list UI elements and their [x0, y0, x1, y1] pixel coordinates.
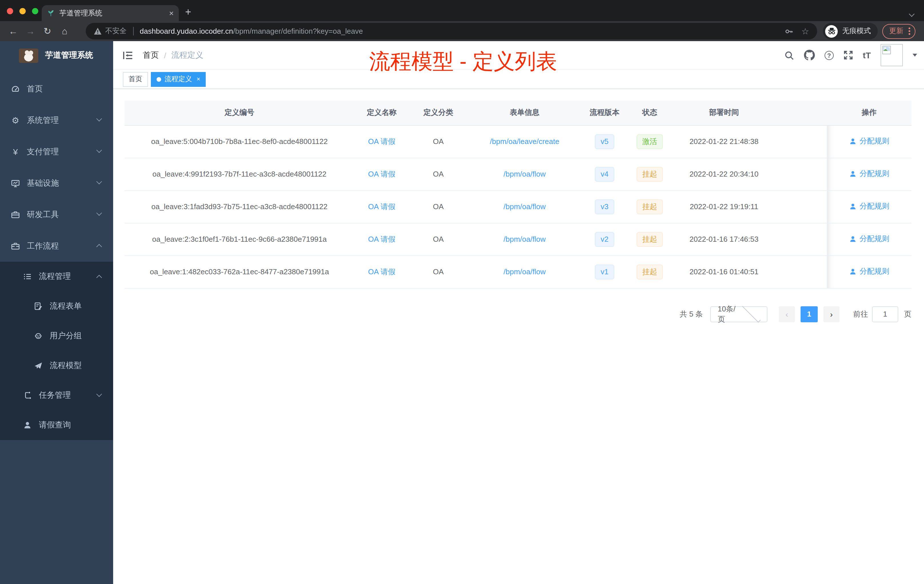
- update-button[interactable]: 更新: [882, 24, 916, 39]
- logo-avatar: [19, 48, 38, 63]
- new-tab-button[interactable]: +: [185, 6, 191, 18]
- minimize-window-button[interactable]: [20, 8, 26, 14]
- page-number-1[interactable]: 1: [800, 306, 818, 322]
- back-button[interactable]: ←: [5, 26, 22, 36]
- fullscreen-icon[interactable]: [843, 50, 853, 60]
- next-page-button[interactable]: ›: [823, 306, 840, 322]
- yen-icon: ¥: [11, 147, 20, 156]
- sidebar-item-process-model[interactable]: 流程模型: [0, 351, 113, 381]
- sidebar-item-workflow[interactable]: 工作流程: [0, 230, 113, 262]
- pagination: 共 5 条 10条/页 ‹ 1 › 前往 页: [125, 306, 911, 322]
- sidebar: 芋道管理系统 首页 ⚙ 系统管理 ¥ 支付管理: [0, 41, 113, 584]
- flow-tree-icon: [23, 391, 32, 400]
- incognito-icon: [825, 25, 838, 38]
- status-badge: 激活: [637, 134, 663, 149]
- sidebar-item-task-management[interactable]: 任务管理: [0, 381, 113, 410]
- chevron-down-icon: [96, 147, 102, 153]
- form-link[interactable]: /bpm/oa/leave/create: [490, 137, 559, 146]
- password-key-icon[interactable]: [784, 26, 794, 36]
- col-status: 状态: [627, 101, 672, 125]
- form-link[interactable]: /bpm/oa/flow: [503, 235, 545, 243]
- search-icon[interactable]: [784, 50, 794, 60]
- deploy-time: 2022-01-16 01:40:51: [672, 256, 776, 288]
- definition-name-link[interactable]: OA 请假: [368, 137, 395, 145]
- chevron-down-icon: [96, 391, 102, 397]
- breadcrumb-home[interactable]: 首页: [143, 50, 159, 60]
- page-title-annotation: 流程模型 - 定义列表: [369, 48, 557, 76]
- definition-name-link[interactable]: OA 请假: [368, 234, 395, 243]
- logo-row[interactable]: 芋道管理系统: [0, 41, 113, 70]
- assign-rule-button[interactable]: 分配规则: [850, 267, 889, 277]
- chevron-up-icon: [96, 275, 102, 280]
- active-dot-icon: [157, 77, 161, 81]
- form-link[interactable]: /bpm/oa/flow: [503, 202, 545, 211]
- url-divider: [133, 27, 134, 35]
- page-content: 定义编号 定义名称 定义分类 表单信息 流程版本 状态 部署时间 操作: [113, 89, 924, 584]
- list-tree-icon: [23, 272, 32, 281]
- tag-home[interactable]: 首页: [123, 72, 148, 87]
- briefcase-icon: [11, 241, 20, 251]
- reload-button[interactable]: ↻: [39, 26, 56, 36]
- prev-page-button[interactable]: ‹: [779, 306, 795, 322]
- sidebar-item-leave-query[interactable]: 请假查询: [0, 410, 113, 440]
- table-row: oa_leave:3:1fad3d93-7b75-11ec-a3c8-acde4…: [125, 190, 911, 223]
- definition-name-link[interactable]: OA 请假: [368, 267, 395, 276]
- sidebar-item-dev-tools[interactable]: 研发工具: [0, 199, 113, 230]
- sidebar-item-process-management[interactable]: 流程管理: [0, 262, 113, 292]
- zoom-window-button[interactable]: [32, 8, 38, 14]
- broken-image-icon: [882, 46, 891, 54]
- tag-process-definition[interactable]: 流程定义 ×: [151, 72, 206, 87]
- sidebar-item-system[interactable]: ⚙ 系统管理: [0, 105, 113, 136]
- breadcrumb-current: 流程定义: [172, 50, 203, 60]
- definition-id: oa_leave:1:482ec033-762a-11ec-8477-a2380…: [125, 256, 354, 288]
- table-row: oa_leave:2:3c1f0ef1-76b1-11ec-9c66-a2380…: [125, 223, 911, 256]
- forward-button[interactable]: →: [22, 26, 39, 36]
- not-secure-warning-icon: [94, 27, 102, 35]
- table-header-row: 定义编号 定义名称 定义分类 表单信息 流程版本 状态 部署时间 操作: [125, 101, 911, 125]
- form-link[interactable]: /bpm/oa/flow: [503, 267, 545, 276]
- sidebar-item-infrastructure[interactable]: 基础设施: [0, 167, 113, 199]
- caret-down-icon[interactable]: [912, 54, 917, 56]
- form-link[interactable]: /bpm/oa/flow: [503, 170, 545, 178]
- traffic-lights: [7, 8, 38, 14]
- definition-name-link[interactable]: OA 请假: [368, 170, 395, 178]
- page-size-select[interactable]: 10条/页: [710, 306, 767, 322]
- tab-strip-chevron-icon[interactable]: [910, 8, 915, 13]
- user-icon: [850, 170, 857, 178]
- status-badge: 挂起: [637, 232, 663, 247]
- bookmark-star-icon[interactable]: ☆: [802, 26, 809, 36]
- goto-page-input[interactable]: [872, 306, 898, 322]
- help-icon[interactable]: ?: [825, 51, 834, 60]
- github-icon[interactable]: [804, 50, 815, 61]
- sidebar-item-home[interactable]: 首页: [0, 73, 113, 105]
- url-bar[interactable]: 不安全 dashboard.yudao.iocoder.cn/bpm/manag…: [86, 23, 817, 40]
- assign-rule-button[interactable]: 分配规则: [850, 169, 889, 179]
- avatar[interactable]: [881, 44, 903, 66]
- sidebar-item-process-form[interactable]: 流程表单: [0, 292, 113, 321]
- home-button[interactable]: ⌂: [56, 26, 73, 36]
- tag-close-icon[interactable]: ×: [196, 76, 200, 82]
- definition-id: oa_leave:5:004b710b-7b8a-11ec-8ef0-acde4…: [125, 125, 354, 158]
- definition-category: OA: [409, 223, 467, 256]
- workflow-submenu: 流程管理 流程表单 用户分组: [0, 262, 113, 440]
- face-icon: [34, 332, 43, 341]
- col-filler: [776, 101, 827, 125]
- definition-name-link[interactable]: OA 请假: [368, 202, 395, 211]
- status-badge: 挂起: [637, 264, 663, 279]
- sidebar-item-payment[interactable]: ¥ 支付管理: [0, 136, 113, 167]
- assign-rule-button[interactable]: 分配规则: [850, 201, 889, 212]
- url-text: dashboard.yudao.iocoder.cn/bpm/manager/d…: [140, 27, 779, 35]
- close-window-button[interactable]: [7, 8, 13, 14]
- browser-tab[interactable]: 芋道管理系统 ×: [42, 5, 179, 21]
- version-badge: v3: [595, 199, 614, 214]
- sidebar-item-user-group[interactable]: 用户分组: [0, 321, 113, 351]
- chevron-down-icon: [96, 210, 102, 216]
- close-tab-icon[interactable]: ×: [169, 9, 174, 17]
- assign-rule-button[interactable]: 分配规则: [850, 234, 889, 244]
- security-label: 不安全: [105, 26, 127, 36]
- font-size-icon[interactable]: tT: [863, 50, 871, 60]
- hamburger-icon[interactable]: [122, 49, 134, 61]
- status-badge: 挂起: [637, 167, 663, 181]
- menu-kebab-icon[interactable]: [909, 30, 910, 32]
- assign-rule-button[interactable]: 分配规则: [850, 136, 889, 147]
